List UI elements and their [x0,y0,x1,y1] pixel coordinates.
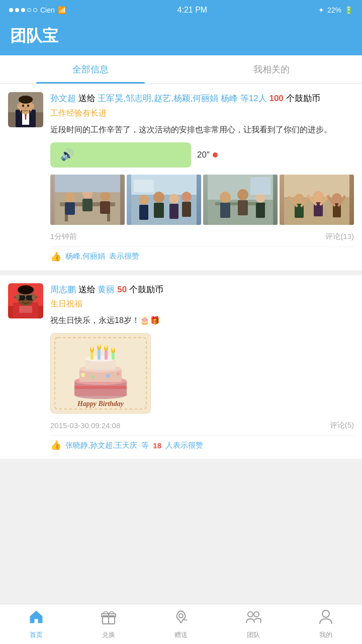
post1-author[interactable]: 孙文超 [50,94,76,103]
tab-all-info[interactable]: 全部信息 [0,55,181,84]
svg-point-8 [27,105,29,107]
battery-icon: 🔋 [344,6,353,14]
post2-like-count: 18 [153,441,161,450]
app-title: 团队宝 [10,25,352,47]
photo-4[interactable] [280,175,354,225]
svg-point-66 [18,285,34,294]
post2-unit: 个鼓励币 [129,285,163,294]
svg-point-86 [81,373,85,377]
svg-point-73 [25,299,27,301]
svg-point-74 [16,294,20,300]
svg-point-49 [294,194,304,204]
post1-recipients: 王军昊,邹志明,赵艺,杨颖,何丽娟 杨峰 等12人 [98,94,266,103]
carrier: Cien [40,6,55,14]
svg-rect-29 [139,205,148,220]
nav-team-label: 团队 [247,630,260,639]
wifi-icon: 📶 [58,6,66,14]
bottom-nav: 首页 兑换 赠送 [0,604,362,644]
post2-likers: 张晓静,孙文超,王天庆 [65,441,137,450]
post2-comments[interactable]: 评论(5) [330,421,354,430]
svg-point-53 [313,191,324,202]
svg-point-108 [254,612,259,617]
feed-item-1: 孙文超 送给 王军昊,邹志明,赵艺,杨颖,何丽娟 杨峰 等12人 100 个鼓励… [0,84,362,270]
post2-tag: 生日祝福 [50,299,354,309]
bluetooth-icon: ✦ [318,6,324,14]
dot-4 [27,8,31,12]
dot-1 [9,8,13,12]
svg-point-75 [32,294,36,300]
svg-point-98 [91,347,93,350]
svg-point-22 [100,191,110,201]
svg-point-30 [153,192,164,203]
post2-action: 送给 [78,285,98,294]
svg-rect-45 [256,203,265,218]
nav-gift[interactable]: 赠送 [145,604,217,644]
feed-item-2: 周志鹏 送给 黄丽 50 个鼓励币 生日祝福 祝生日快乐，永远18岁！🎂🎁 [0,275,362,459]
svg-point-101 [112,347,114,350]
post1-avatar[interactable] [8,92,43,127]
post2-timestamp: 2015-03-30 09:24:08 [50,421,120,430]
post1-comments[interactable]: 评论(13) [325,232,354,242]
birthday-card: Happy Birthday [50,333,151,414]
nav-team[interactable]: 团队 [217,604,290,644]
like-icon-1: 👍 [50,251,61,262]
post1-photos [50,175,354,225]
post2-author[interactable]: 周志鹏 [50,285,76,294]
photo-1[interactable] [50,175,125,225]
post2-text: 祝生日快乐，永远18岁！🎂🎁 [50,313,354,327]
photo-2[interactable] [127,175,201,225]
svg-point-40 [220,192,231,203]
svg-point-109 [322,610,329,617]
svg-point-42 [237,189,248,200]
svg-rect-21 [82,199,93,211]
nav-home[interactable]: 首页 [0,604,72,644]
post2-likes: 👍 张晓静,孙文超,王天庆 等 18 人表示很赞 [50,435,354,451]
svg-point-7 [22,105,24,107]
tab-bar: 全部信息 我相关的 [0,55,362,84]
post1-text: 近段时间的工作辛苦了，这次活动的安排也非常用心，让我看到了你们的进步。 [50,123,354,136]
svg-rect-85 [74,386,127,389]
svg-point-99 [98,344,100,347]
person-icon [318,609,334,628]
svg-point-6 [19,96,33,104]
post2-avatar[interactable] [8,283,43,318]
svg-point-18 [65,192,75,202]
sound-icon: 🔊 [60,148,74,162]
post2-footer: 2015-03-30 09:24:08 评论(5) [50,421,354,430]
nav-mine[interactable]: 我的 [290,604,362,644]
svg-rect-46 [250,177,270,195]
svg-rect-41 [220,203,230,218]
svg-point-32 [169,194,179,204]
post1-footer: 1分钟前 评论(13) [50,232,354,242]
post1-action: 送给 [78,94,98,103]
svg-point-11 [31,104,34,109]
svg-rect-36 [134,180,154,192]
dot-3 [21,8,25,12]
post1-likers: 杨峰,何丽娟 [65,252,105,261]
post2-amount: 50 [117,285,129,294]
app-header: 团队宝 [0,20,362,55]
svg-text:Happy Birthday: Happy Birthday [77,400,124,408]
nav-exchange-label: 兑换 [102,630,115,639]
post2-body: 周志鹏 送给 黄丽 50 个鼓励币 生日祝福 祝生日快乐，永远18岁！🎂🎁 [50,283,354,451]
send-gift-icon [173,609,189,628]
recording-dot [213,152,218,157]
svg-point-28 [139,195,149,205]
audio-duration: 20″ [197,150,218,160]
svg-rect-33 [169,204,178,219]
photo-3[interactable] [203,175,278,225]
svg-rect-64 [19,306,32,313]
svg-rect-19 [65,202,75,215]
post2-inner: 周志鹏 送给 黄丽 50 个鼓励币 生日祝福 祝生日快乐，永远18岁！🎂🎁 [8,283,354,451]
audio-play-button[interactable]: 🔊 [50,142,191,168]
tab-my-related[interactable]: 我相关的 [181,55,362,84]
signal-dots [9,8,37,12]
nav-mine-label: 我的 [319,630,332,639]
team-icon [245,609,261,628]
post1-body: 孙文超 送给 王军昊,邹志明,赵艺,杨颖,何丽娟 杨峰 等12人 100 个鼓励… [50,92,354,262]
svg-point-89 [117,372,120,375]
nav-home-label: 首页 [30,630,43,639]
nav-exchange[interactable]: 兑换 [72,604,145,644]
post1-unit: 个鼓励币 [286,94,320,103]
status-left: Cien 📶 [9,6,66,14]
